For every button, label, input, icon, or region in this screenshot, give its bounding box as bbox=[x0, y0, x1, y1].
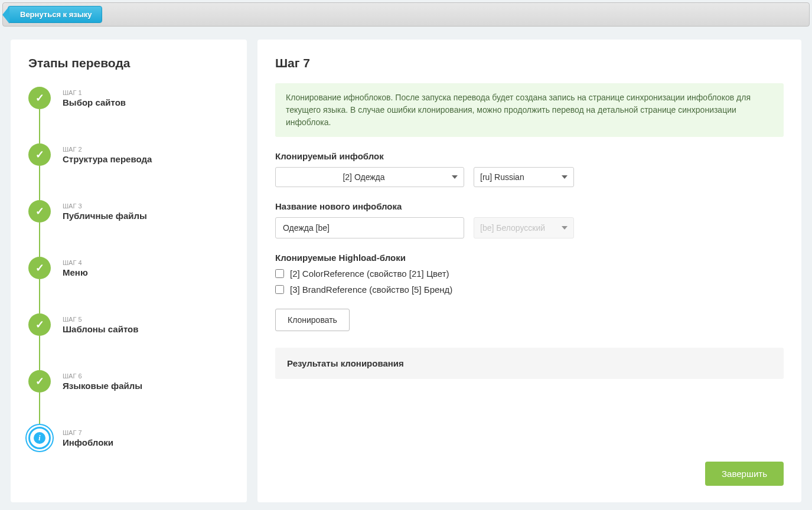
main-panel: Шаг 7 Клонирование ифноблоков. После зап… bbox=[257, 40, 801, 502]
source-language-select[interactable]: [ru] Russian bbox=[474, 167, 574, 187]
finish-button[interactable]: Завершить bbox=[705, 462, 784, 486]
step-title: Меню bbox=[63, 267, 88, 277]
highload-item: [2] ColorReference (свойство [21] Цвет) bbox=[275, 269, 784, 279]
step-done-icon: ✓ bbox=[28, 257, 51, 279]
step-label: ШАГ 2 bbox=[63, 146, 152, 153]
clone-button[interactable]: Клонировать bbox=[275, 309, 350, 331]
new-iblock-name-input[interactable] bbox=[275, 217, 464, 238]
source-iblock-row: [2] Одежда [ru] Russian bbox=[275, 167, 784, 187]
highload-label: [2] ColorReference (свойство [21] Цвет) bbox=[290, 269, 449, 279]
step-title: Инфоблоки bbox=[63, 437, 113, 447]
check-icon: ✓ bbox=[35, 318, 44, 331]
step-title: Публичные файлы bbox=[63, 211, 147, 221]
highload-checkbox-0[interactable] bbox=[275, 269, 284, 278]
step-title: Языковые файлы bbox=[63, 381, 142, 391]
finish-button-wrap: Завершить bbox=[275, 462, 784, 486]
step-text: ШАГ 5Шаблоны сайтов bbox=[63, 316, 138, 334]
step-text: ШАГ 3Публичные файлы bbox=[63, 202, 147, 221]
step-item-6[interactable]: ✓ШАГ 6Языковые файлы bbox=[28, 370, 229, 427]
step-label: ШАГ 4 bbox=[63, 259, 88, 266]
sidebar-title: Этапы перевода bbox=[28, 56, 229, 70]
step-label: ШАГ 1 bbox=[63, 89, 126, 96]
page-container: Этапы перевода ✓ШАГ 1Выбор сайтов✓ШАГ 2С… bbox=[0, 29, 812, 510]
source-iblock-label: Клонируемый инфоблок bbox=[275, 151, 784, 161]
step-title: Шаблоны сайтов bbox=[63, 324, 138, 334]
check-icon: ✓ bbox=[35, 261, 44, 274]
step-done-icon: ✓ bbox=[28, 200, 51, 223]
page-title: Шаг 7 bbox=[275, 56, 784, 70]
step-done-icon: ✓ bbox=[28, 143, 51, 166]
highload-label: [3] BrandReference (свойство [5] Бренд) bbox=[290, 285, 452, 295]
check-icon: ✓ bbox=[35, 91, 44, 104]
step-label: ШАГ 6 bbox=[63, 372, 142, 380]
step-item-4[interactable]: ✓ШАГ 4Меню bbox=[28, 257, 229, 313]
new-iblock-label: Название нового инфоблока bbox=[275, 201, 784, 211]
step-item-7[interactable]: iШАГ 7Инфоблоки bbox=[28, 427, 229, 449]
step-label: ШАГ 5 bbox=[63, 316, 138, 323]
steps-sidebar: Этапы перевода ✓ШАГ 1Выбор сайтов✓ШАГ 2С… bbox=[11, 40, 247, 502]
back-to-language-button[interactable]: Вернуться к языку bbox=[8, 6, 102, 23]
check-icon: ✓ bbox=[35, 375, 44, 388]
step-text: ШАГ 6Языковые файлы bbox=[63, 372, 142, 391]
step-text: ШАГ 1Выбор сайтов bbox=[63, 89, 126, 107]
highload-checkbox-1[interactable] bbox=[275, 285, 284, 294]
step-done-icon: ✓ bbox=[28, 87, 51, 109]
check-icon: ✓ bbox=[35, 205, 44, 218]
step-text: ШАГ 7Инфоблоки bbox=[63, 429, 113, 447]
check-icon: ✓ bbox=[35, 148, 44, 161]
source-iblock-select[interactable]: [2] Одежда bbox=[275, 167, 464, 187]
target-language-select: [be] Белорусский bbox=[474, 217, 574, 238]
step-title: Выбор сайтов bbox=[63, 97, 126, 107]
step-text: ШАГ 2Структура перевода bbox=[63, 146, 152, 164]
steps-list: ✓ШАГ 1Выбор сайтов✓ШАГ 2Структура перево… bbox=[28, 87, 229, 449]
step-done-icon: ✓ bbox=[28, 370, 51, 393]
step-item-2[interactable]: ✓ШАГ 2Структура перевода bbox=[28, 143, 229, 200]
step-item-5[interactable]: ✓ШАГ 5Шаблоны сайтов bbox=[28, 313, 229, 370]
new-iblock-row: [be] Белорусский bbox=[275, 217, 784, 238]
top-bar: Вернуться к языку bbox=[2, 2, 810, 27]
step-item-1[interactable]: ✓ШАГ 1Выбор сайтов bbox=[28, 87, 229, 143]
highload-blocks-label: Клонируемые Highload-блоки bbox=[275, 253, 784, 263]
step-current-icon: i bbox=[28, 427, 51, 449]
highload-item: [3] BrandReference (свойство [5] Бренд) bbox=[275, 285, 784, 295]
info-banner: Клонирование ифноблоков. После запуска п… bbox=[275, 83, 784, 137]
info-icon: i bbox=[38, 434, 40, 443]
step-label: ШАГ 7 bbox=[63, 429, 113, 436]
step-title: Структура перевода bbox=[63, 154, 152, 164]
clone-results-title: Результаты клонирования bbox=[287, 358, 772, 368]
clone-results-panel: Результаты клонирования bbox=[275, 348, 784, 379]
step-label: ШАГ 3 bbox=[63, 202, 147, 210]
highload-blocks-list: [2] ColorReference (свойство [21] Цвет)[… bbox=[275, 269, 784, 295]
step-item-3[interactable]: ✓ШАГ 3Публичные файлы bbox=[28, 200, 229, 257]
step-text: ШАГ 4Меню bbox=[63, 259, 88, 277]
step-done-icon: ✓ bbox=[28, 313, 51, 336]
